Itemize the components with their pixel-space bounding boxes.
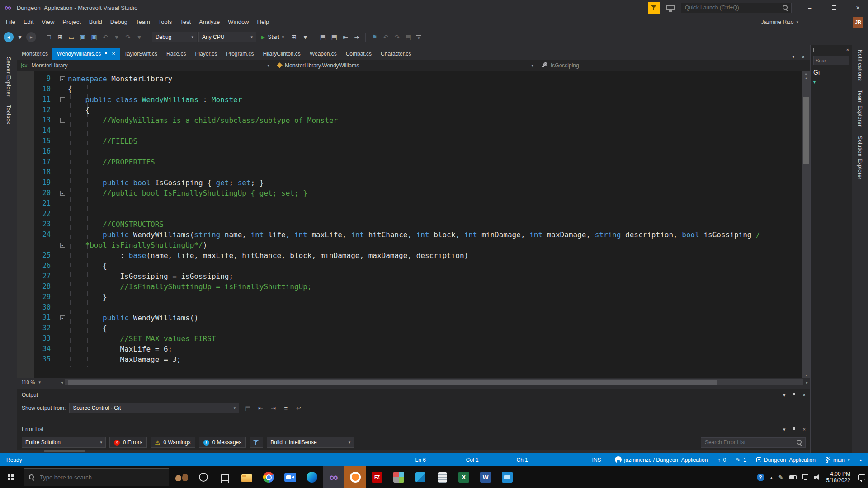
previous-message-icon[interactable]	[255, 403, 265, 413]
menu-item-build[interactable]: Build	[85, 15, 106, 29]
scrollbar-thumb[interactable]	[68, 380, 717, 385]
undo-icon[interactable]	[100, 32, 110, 42]
close-icon[interactable]	[846, 47, 849, 52]
menu-item-window[interactable]: Window	[224, 15, 253, 29]
menu-item-analyze[interactable]: Analyze	[195, 15, 224, 29]
window-position-icon[interactable]	[783, 392, 786, 398]
errors-filter-button[interactable]: 0 Errors	[109, 437, 147, 448]
tab-hilaryclinton-cs[interactable]: HilaryClinton.cs	[259, 48, 305, 60]
fold-collapse-icon[interactable]	[60, 97, 65, 102]
splitter-handle-icon[interactable]	[805, 71, 807, 76]
increase-indent-icon[interactable]	[352, 32, 362, 42]
output-source-dropdown[interactable]: Source Control - Git	[69, 403, 239, 413]
taskbar-app-word[interactable]	[475, 466, 496, 488]
screen-share-icon[interactable]	[666, 5, 675, 10]
pending-changes[interactable]: 1	[736, 457, 746, 463]
output-panel-header[interactable]: Output	[17, 389, 810, 401]
line-indicator[interactable]: Ln 6	[415, 457, 466, 463]
undo-menu-icon[interactable]	[112, 32, 122, 42]
tab-character-cs[interactable]: Character.cs	[376, 48, 415, 60]
start-button[interactable]	[0, 466, 22, 488]
menu-item-help[interactable]: Help	[253, 15, 274, 29]
tab-weapon-cs[interactable]: Weapon.cs	[305, 48, 341, 60]
quick-launch-search[interactable]	[681, 3, 792, 13]
taskbar-app-file-explorer[interactable]	[236, 466, 258, 488]
menu-item-file[interactable]: File	[2, 15, 19, 29]
member-dropdown[interactable]: IsGossiping	[538, 60, 810, 71]
rail-tab-toolbox[interactable]: Toolbox	[5, 105, 12, 124]
tab-combat-cs[interactable]: Combat.cs	[341, 48, 376, 60]
scroll-left-icon[interactable]	[59, 380, 65, 385]
close-icon[interactable]	[112, 51, 115, 56]
branch-selector[interactable]: main	[826, 457, 850, 463]
taskbar-app-filezilla[interactable]	[366, 466, 388, 488]
previous-bookmark-icon[interactable]	[381, 32, 391, 42]
attach-to-process-icon[interactable]	[289, 32, 299, 42]
window-position-icon[interactable]	[783, 427, 786, 432]
rail-tab-notifications[interactable]: Notifications	[857, 50, 863, 81]
solution-configuration-dropdown[interactable]: Debug	[152, 32, 197, 42]
error-scope-dropdown[interactable]: Entire Solution	[22, 437, 106, 448]
tab-race-cs[interactable]: Race.cs	[162, 48, 190, 60]
panel-option-icon[interactable]	[813, 48, 817, 52]
redo-icon[interactable]	[123, 32, 133, 42]
taskbar-app-excel[interactable]	[453, 466, 475, 488]
error-list-header[interactable]: Error List	[17, 423, 810, 435]
scroll-up-icon[interactable]	[805, 76, 807, 80]
fold-collapse-icon[interactable]	[60, 191, 65, 196]
taskbar-app-edge[interactable]	[301, 466, 323, 488]
project-dropdown[interactable]: C# MonsterLibrary	[17, 60, 274, 71]
close-document-icon[interactable]	[802, 54, 805, 60]
menu-item-tools[interactable]: Tools	[154, 15, 176, 29]
repository-selector[interactable]: Dungeon_Application	[756, 457, 816, 463]
scrollbar-thumb[interactable]	[803, 97, 809, 164]
navigate-backward-icon[interactable]	[4, 32, 14, 42]
pin-icon[interactable]	[104, 51, 108, 57]
new-file-icon[interactable]	[44, 32, 54, 42]
navigate-backward-menu-icon[interactable]	[15, 32, 25, 42]
quick-launch-input[interactable]	[684, 4, 782, 11]
tab-list-chevron-icon[interactable]	[792, 54, 795, 60]
menu-item-project[interactable]: Project	[58, 15, 85, 29]
clear-all-icon[interactable]	[281, 403, 291, 413]
fold-collapse-icon[interactable]	[60, 243, 65, 248]
comment-lines-icon[interactable]	[318, 32, 328, 42]
taskbar-search-input[interactable]	[39, 474, 164, 481]
taskbar-app-visual-studio[interactable]	[323, 466, 344, 488]
menu-item-team[interactable]: Team	[132, 15, 154, 29]
chevron-down-icon[interactable]	[813, 80, 849, 84]
account-menu[interactable]: Jazmine Rizo	[761, 19, 798, 25]
solution-platform-dropdown[interactable]: Any CPU	[198, 32, 256, 42]
network-icon[interactable]	[802, 474, 808, 479]
taskbar-app-cortana[interactable]	[193, 466, 214, 488]
close-icon[interactable]	[803, 392, 806, 398]
fold-collapse-icon[interactable]	[60, 76, 65, 81]
pin-icon[interactable]	[792, 427, 797, 432]
warnings-filter-button[interactable]: 0 Warnings	[151, 437, 195, 448]
start-debug-button[interactable]: Start	[258, 32, 288, 42]
navigate-forward-icon[interactable]	[26, 32, 36, 42]
maximize-button[interactable]	[824, 0, 844, 15]
insert-mode-indicator[interactable]: INS	[592, 457, 601, 463]
tab-monster-cs[interactable]: Monster.cs	[17, 48, 52, 60]
avatar[interactable]: JR	[853, 17, 863, 28]
column-indicator[interactable]: Col 1	[466, 457, 517, 463]
taskbar-app-remote-desktop[interactable]	[496, 466, 518, 488]
battery-icon[interactable]	[789, 475, 797, 479]
code-editor[interactable]: 9namespace MonsterLibrary10{11 public cl…	[17, 71, 810, 378]
scroll-down-icon[interactable]	[805, 373, 807, 378]
rail-tab-team-explorer[interactable]: Team Explorer	[857, 90, 863, 127]
taskbar-app-orange-app[interactable]	[344, 466, 366, 488]
next-bookmark-icon[interactable]	[392, 32, 402, 42]
add-item-icon[interactable]	[55, 32, 65, 42]
menu-item-view[interactable]: View	[38, 15, 58, 29]
taskbar-app-task-view[interactable]	[214, 466, 236, 488]
error-list-search-input[interactable]	[704, 439, 796, 446]
tab-player-cs[interactable]: Player.cs	[190, 48, 222, 60]
horizontal-scrollbar[interactable]	[65, 379, 803, 385]
fold-collapse-icon[interactable]	[60, 315, 65, 320]
uncomment-lines-icon[interactable]	[329, 32, 339, 42]
menu-item-edit[interactable]: Edit	[19, 15, 38, 29]
tab-wendywilliams-cs[interactable]: WendyWilliams.cs	[52, 48, 120, 60]
taskbar-app-notepad[interactable]	[431, 466, 453, 488]
